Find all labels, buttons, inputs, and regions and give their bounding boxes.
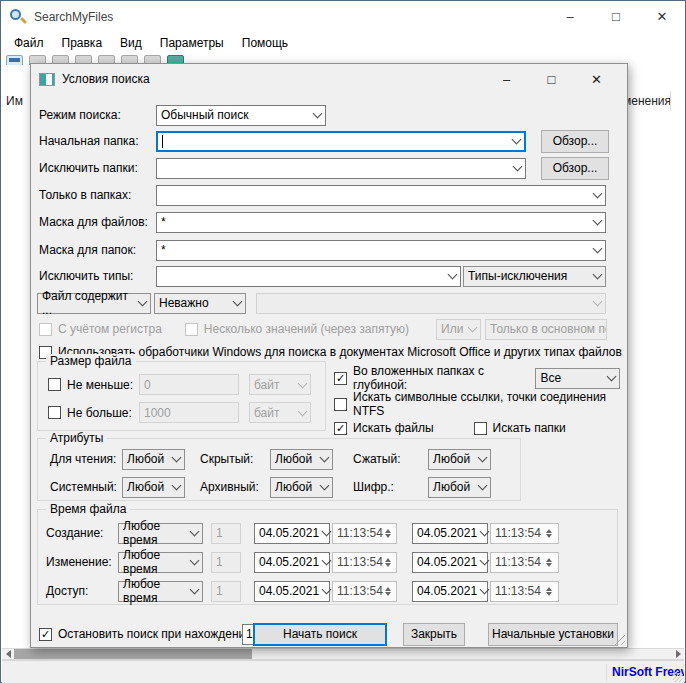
- time-created-time1: 11:13:54: [332, 523, 397, 544]
- folders-mask-input[interactable]: *: [156, 240, 606, 261]
- base-folder-input[interactable]: [156, 131, 526, 152]
- dialog-minimize-button[interactable]: –: [484, 64, 529, 94]
- exclude-folders-input[interactable]: [156, 158, 526, 179]
- only-folders-input[interactable]: [156, 185, 606, 206]
- main-titlebar: SearchMyFiles – □ ✕: [1, 1, 685, 32]
- chevron-down-icon: [319, 531, 330, 535]
- menu-options[interactable]: Параметры: [151, 33, 233, 53]
- symlinks-checkbox[interactable]: [334, 398, 347, 411]
- size-min-label: Не меньше:: [67, 378, 139, 392]
- attr-compressed-combo[interactable]: Любой: [428, 449, 491, 470]
- menu-view[interactable]: Вид: [111, 33, 151, 53]
- browse-exclude-folders-button[interactable]: Обзор...: [541, 157, 609, 180]
- spinner-icon: [541, 587, 554, 596]
- browse-base-folder-button[interactable]: Обзор...: [541, 130, 609, 153]
- stop-search-label: Остановить поиск при нахождении: [58, 627, 252, 641]
- search-options-dialog: Условия поиска – □ ✕ Режим поиска: Обычн…: [30, 63, 628, 648]
- find-files-label: Искать файлы: [353, 421, 434, 435]
- scroll-right-icon[interactable]: [672, 649, 684, 659]
- subfolders-depth-checkbox[interactable]: [334, 372, 347, 385]
- start-search-button[interactable]: Начать поиск: [253, 623, 387, 646]
- time-accessed-date1: 04.05.2021: [254, 581, 330, 602]
- minimize-button[interactable]: –: [547, 1, 593, 32]
- chevron-down-icon: [590, 301, 601, 305]
- spinner-icon: [541, 529, 554, 538]
- dialog-icon: [39, 73, 55, 86]
- chevron-down-icon: [475, 485, 486, 489]
- case-sensitive-label: С учётом регистра: [58, 322, 162, 336]
- stream-combo: Только в основном пото: [485, 319, 607, 340]
- time-accessed-mode-combo[interactable]: Любое время: [118, 581, 203, 602]
- time-accessed-time1: 11:13:54: [332, 581, 397, 602]
- column-header-name[interactable]: Им: [6, 94, 23, 108]
- menu-help[interactable]: Помощь: [233, 33, 297, 53]
- attr-encrypted-combo[interactable]: Любой: [428, 477, 491, 498]
- find-files-checkbox[interactable]: [334, 422, 347, 435]
- spinner-icon: [383, 587, 392, 596]
- close-dialog-button[interactable]: Закрыть: [403, 623, 465, 646]
- chevron-down-icon: [317, 485, 328, 489]
- time-modified-date2: 04.05.2021: [412, 552, 488, 573]
- attr-hidden-combo[interactable]: Любой: [270, 449, 333, 470]
- chevron-down-icon: [135, 301, 146, 305]
- dialog-maximize-button[interactable]: □: [529, 64, 574, 94]
- size-max-checkbox[interactable]: [48, 406, 61, 419]
- attr-system-combo[interactable]: Любой: [122, 477, 185, 498]
- scroll-left-icon[interactable]: [2, 649, 14, 659]
- only-folders-label: Только в папках:: [39, 188, 156, 202]
- maximize-button[interactable]: □: [593, 1, 639, 32]
- time-modified-time1: 11:13:54: [332, 552, 397, 573]
- column-divider[interactable]: [670, 91, 671, 111]
- chevron-down-icon: [590, 193, 601, 197]
- time-accessed-date2: 04.05.2021: [412, 581, 488, 602]
- spinner-icon: [383, 529, 392, 538]
- search-mode-label: Режим поиска:: [39, 108, 156, 122]
- size-min-checkbox[interactable]: [48, 378, 61, 391]
- depth-combo[interactable]: Все: [535, 368, 620, 389]
- attr-readonly-label: Для чтения:: [50, 452, 122, 466]
- dialog-title: Условия поиска: [62, 72, 150, 86]
- defaults-button[interactable]: Начальные установки: [488, 623, 618, 646]
- close-button[interactable]: ✕: [639, 1, 685, 32]
- chevron-down-icon: [509, 139, 520, 143]
- search-options-icon[interactable]: [6, 55, 23, 65]
- chevron-down-icon: [604, 376, 615, 380]
- time-modified-mode-combo[interactable]: Любое время: [118, 552, 203, 573]
- types-preset-combo[interactable]: Типы-исключения: [463, 266, 606, 287]
- chevron-down-icon: [169, 485, 180, 489]
- statusbar: NirSoft Freew: [2, 660, 684, 683]
- files-mask-input[interactable]: *: [156, 212, 606, 233]
- file-size-group-title: Размер файла: [46, 354, 136, 368]
- dialog-close-button[interactable]: ✕: [574, 64, 619, 94]
- time-modified-time2: 11:13:54: [490, 552, 559, 573]
- time-created-mode-combo[interactable]: Любое время: [118, 523, 203, 544]
- menubar: Файл Правка Вид Параметры Помощь: [1, 32, 685, 54]
- base-folder-label: Начальная папка:: [39, 134, 156, 148]
- attributes-group-title: Атрибуты: [46, 431, 107, 445]
- attr-compressed-label: Сжатый:: [353, 452, 428, 466]
- search-mode-combo[interactable]: Обычный поиск: [156, 105, 326, 126]
- resize-grip[interactable]: [673, 672, 683, 682]
- column-header-modified[interactable]: менения: [623, 94, 671, 108]
- window-title: SearchMyFiles: [34, 10, 113, 24]
- find-folders-checkbox[interactable]: [474, 422, 487, 435]
- chevron-down-icon: [319, 560, 330, 564]
- chevron-down-icon: [317, 457, 328, 461]
- case-sensitive-checkbox: [39, 323, 52, 336]
- stop-search-checkbox[interactable]: [39, 628, 52, 641]
- app-magnifier-icon: [9, 8, 27, 26]
- contains-mode-combo[interactable]: Файл содержит ...: [37, 293, 151, 314]
- attr-archive-combo[interactable]: Любой: [270, 477, 333, 498]
- chevron-down-icon: [319, 589, 330, 593]
- contains-match-combo[interactable]: Неважно: [154, 293, 246, 314]
- find-folders-label: Искать папки: [493, 421, 566, 435]
- horizontal-scrollbar[interactable]: [2, 648, 684, 660]
- menu-edit[interactable]: Правка: [53, 33, 112, 53]
- time-modified-n-field: 1: [211, 552, 241, 573]
- menu-file[interactable]: Файл: [5, 33, 53, 53]
- chevron-down-icon: [475, 457, 486, 461]
- scrollbar-thumb[interactable]: [14, 649, 252, 659]
- symlinks-label: Искать символные ссылки, точки соединени…: [353, 390, 620, 418]
- exclude-types-input[interactable]: [156, 266, 461, 287]
- attr-readonly-combo[interactable]: Любой: [122, 449, 185, 470]
